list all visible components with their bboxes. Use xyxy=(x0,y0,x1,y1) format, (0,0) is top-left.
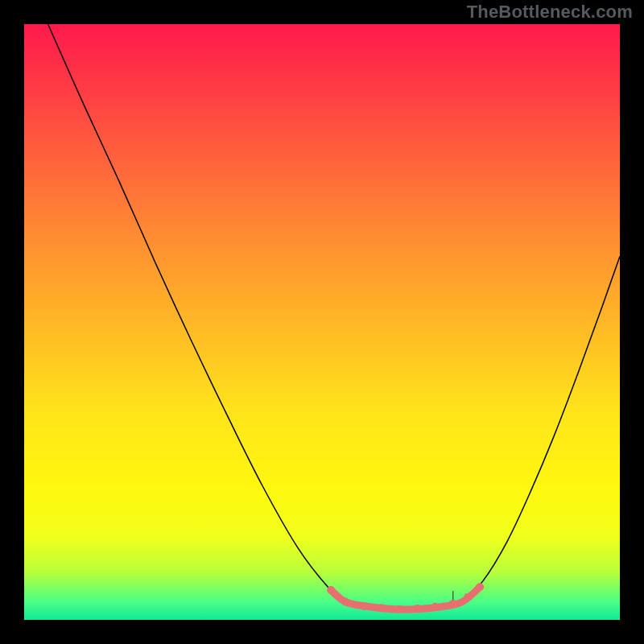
dot-highlight-dots xyxy=(395,605,403,613)
chart-overlay xyxy=(24,24,620,620)
series-curve-right xyxy=(462,257,620,602)
dot-highlight-dots xyxy=(413,605,421,613)
dot-highlight-dots xyxy=(342,598,350,606)
plot-area xyxy=(24,24,620,620)
dot-highlight-dots xyxy=(476,583,484,591)
chart-canvas: TheBottleneck.com xyxy=(0,0,644,644)
watermark-text: TheBottleneck.com xyxy=(467,2,633,23)
series-highlight-band xyxy=(331,587,480,609)
dot-highlight-dots xyxy=(464,593,472,601)
dot-highlight-dots xyxy=(378,604,386,612)
series-curve-left xyxy=(48,24,346,602)
series-layer xyxy=(48,24,620,613)
dot-highlight-dots xyxy=(360,602,368,610)
dot-highlight-dots xyxy=(449,600,457,608)
dot-highlight-dots xyxy=(431,603,440,611)
dot-highlight-dots xyxy=(327,586,335,594)
